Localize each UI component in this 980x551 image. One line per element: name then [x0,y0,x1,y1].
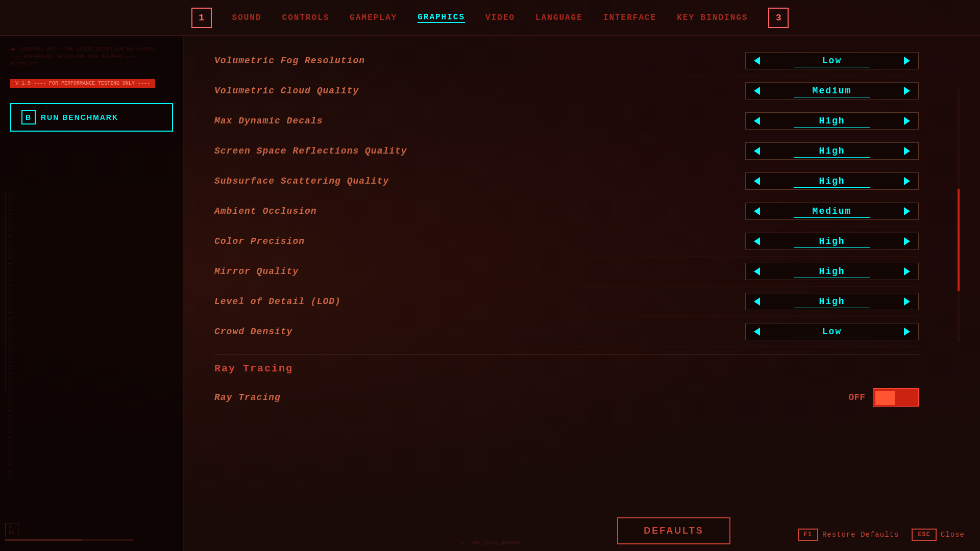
next-icon [904,117,910,125]
setting-control-volumetric-fog: Low [745,52,919,69]
ray-tracing-toggle[interactable] [873,388,919,407]
screen-space-reflections-next-button[interactable] [896,143,918,159]
mirror-quality-next-button[interactable] [896,263,918,280]
prev-icon [754,328,760,336]
benchmark-key: B [21,110,36,124]
color-precision-prev-button[interactable] [746,233,768,249]
scrollbar-thumb[interactable] [958,189,960,291]
setting-control-max-dynamic-decals: High [745,112,919,130]
next-icon [904,267,910,276]
nav-item-sound[interactable]: SOUND [232,13,262,22]
subsurface-scattering-prev-button[interactable] [746,173,768,189]
setting-label-ray-tracing: Ray Tracing [214,392,281,403]
ambient-occlusion-next-button[interactable] [896,203,918,219]
volumetric-cloud-prev-button[interactable] [746,83,768,99]
nav-item-controls[interactable]: CONTROLS [282,13,330,22]
volumetric-cloud-value: Medium [768,86,896,96]
settings-container: Volumetric Fog Resolution Low Volumetric… [184,36,980,500]
color-precision-next-button[interactable] [896,233,918,249]
next-icon [904,87,910,95]
setting-lod: Level of Detail (LOD) High [214,287,919,317]
next-icon [904,328,910,336]
prev-icon [754,207,760,215]
setting-control-screen-space-reflections: High [745,142,919,160]
ray-tracing-state-label: OFF [849,392,865,403]
subsurface-scattering-next-button[interactable] [896,173,918,189]
defaults-button[interactable]: DEFAULTS [617,517,730,544]
crowd-density-prev-button[interactable] [746,323,768,340]
lod-next-button[interactable] [896,293,918,310]
center-bottom-text: ◀— TRN_TLCAS_800099 [460,540,520,546]
trn-text: TRN_TLCAS_800099 [471,540,520,546]
setting-label-screen-space-reflections: Screen Space Reflections Quality [214,146,407,156]
lod-prev-button[interactable] [746,293,768,310]
version-info: V85 [5,523,133,541]
setting-control-mirror-quality: High [745,263,919,280]
logo-area: ◀▶ CYBERPUNK 2077 — THE LATEST DRIVER FO… [10,46,173,68]
max-dynamic-decals-prev-button[interactable] [746,113,768,129]
ambient-occlusion-prev-button[interactable] [746,203,768,219]
benchmark-label: RUN BENCHMARK [41,113,118,121]
nav-item-key-bindings[interactable]: KEY BINDINGS [677,13,748,22]
run-benchmark-button[interactable]: B RUN BENCHMARK [10,103,173,132]
ambient-occlusion-value: Medium [768,206,896,216]
next-icon [904,207,910,215]
nav-item-video[interactable]: VIDEO [485,13,515,22]
setting-control-subsurface-scattering: High [745,172,919,190]
next-icon [904,147,910,155]
progress-bar [5,539,133,541]
nav-item-interface[interactable]: INTERFACE [603,13,656,22]
prev-icon [754,147,760,155]
setting-control-ambient-occlusion: Medium [745,203,919,220]
setting-volumetric-cloud: Volumetric Cloud Quality Medium [214,76,919,106]
setting-screen-space-reflections: Screen Space Reflections Quality High [214,136,919,166]
setting-control-lod: High [745,293,919,310]
nav-item-language[interactable]: LANGUAGE [535,13,583,22]
close-key-badge: ESC [912,529,937,541]
ray-tracing-section: Ray Tracing Ray Tracing OFF [214,355,919,413]
close-action: ESC Close [912,529,965,541]
screen-space-reflections-prev-button[interactable] [746,143,768,159]
setting-label-max-dynamic-decals: Max Dynamic Decals [214,116,323,126]
progress-fill [5,539,82,541]
prev-icon [754,177,760,185]
next-icon [904,57,910,65]
setting-mirror-quality: Mirror Quality High [214,257,919,287]
restore-key-badge: F1 [798,529,818,541]
prev-icon [754,297,760,306]
prev-icon [754,117,760,125]
prev-icon [754,87,760,95]
setting-label-color-precision: Color Precision [214,236,305,246]
max-dynamic-decals-next-button[interactable] [896,113,918,129]
setting-color-precision: Color Precision High [214,227,919,257]
color-precision-value: High [768,236,896,246]
setting-label-mirror-quality: Mirror Quality [214,266,299,277]
version-badge-left: V85 [5,523,18,537]
volumetric-cloud-next-button[interactable] [896,83,918,99]
next-icon [904,297,910,306]
setting-label-volumetric-cloud: Volumetric Cloud Quality [214,86,359,96]
bottom-right-actions: F1 Restore Defaults ESC Close [798,529,965,541]
mirror-quality-prev-button[interactable] [746,263,768,280]
nav-number-left: 1 [191,8,212,28]
setting-label-lod: Level of Detail (LOD) [214,296,341,307]
next-icon [904,177,910,185]
top-navigation: 1 SOUND CONTROLS GAMEPLAY GRAPHICS VIDEO… [0,0,980,36]
sidebar: ◀▶ CYBERPUNK 2077 — THE LATEST DRIVER FO… [0,36,184,551]
nav-item-graphics[interactable]: GRAPHICS [418,13,465,23]
mirror-quality-value: High [768,266,896,277]
ray-tracing-toggle-control: OFF [849,388,919,407]
nav-item-gameplay[interactable]: GAMEPLAY [350,13,397,22]
nav-items: SOUND CONTROLS GAMEPLAY GRAPHICS VIDEO L… [232,13,748,23]
left-decoration: ||||||||||||||||||||||||||||||||||||||||… [5,189,13,393]
volumetric-fog-value: Low [768,56,896,66]
volumetric-fog-prev-button[interactable] [746,53,768,69]
setting-max-dynamic-decals: Max Dynamic Decals High [214,106,919,136]
ray-tracing-title: Ray Tracing [214,363,919,374]
setting-label-crowd-density: Crowd Density [214,327,292,337]
crowd-density-next-button[interactable] [896,323,918,340]
lod-value: High [768,296,896,307]
volumetric-fog-next-button[interactable] [896,53,918,69]
main-content: Volumetric Fog Resolution Low Volumetric… [184,36,980,551]
setting-subsurface-scattering: Subsurface Scattering Quality High [214,166,919,196]
